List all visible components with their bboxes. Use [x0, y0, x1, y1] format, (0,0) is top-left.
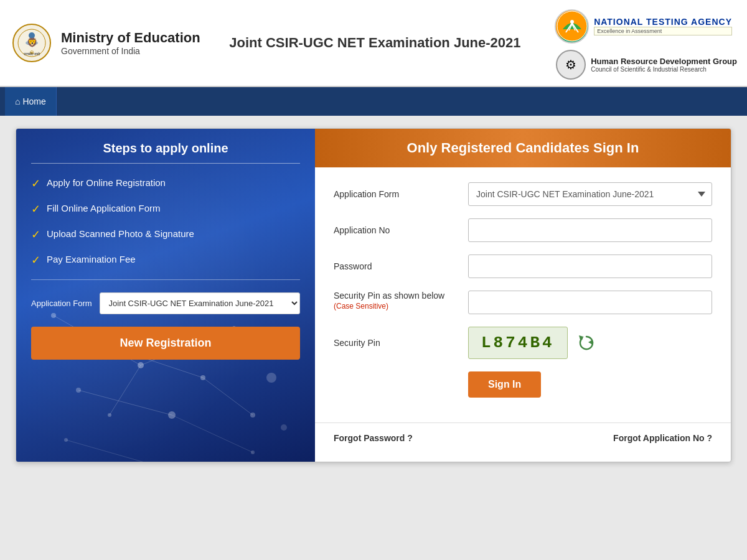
- nta-logo: NATIONAL TESTING AGENCY Excellence in As…: [550, 7, 737, 46]
- step-3: ✓ Upload Scanned Photo & Signature: [31, 227, 300, 241]
- security-pin-field-label: Security Pin: [334, 338, 458, 348]
- security-pin-display: L874B4: [468, 327, 598, 359]
- app-form-row: Application Form Joint CSIR-UGC NET Exam…: [334, 182, 712, 206]
- sign-in-title: Only Registered Candidates Sign In: [407, 140, 639, 156]
- nta-circle-icon: [555, 9, 589, 44]
- svg-point-18: [138, 362, 144, 368]
- hrd-text: Human Resource Development Group Council…: [591, 57, 737, 73]
- check-icon-4: ✓: [31, 253, 40, 267]
- svg-text:सत्यमेव जयते: सत्यमेव जयते: [22, 52, 40, 56]
- svg-point-30: [281, 424, 287, 431]
- forgot-app-no-link[interactable]: Forgot Application No ?: [613, 433, 712, 443]
- forgot-password-link[interactable]: Forgot Password ?: [334, 433, 413, 443]
- security-pin-display-row: Security Pin L874B4: [334, 327, 712, 359]
- case-sensitive-note: (Case Sensitive): [334, 302, 458, 310]
- new-registration-button[interactable]: New Registration: [31, 327, 300, 360]
- step-1: ✓ Apply for Online Registration: [31, 176, 300, 190]
- sign-in-header: Only Registered Candidates Sign In: [315, 129, 731, 167]
- svg-line-16: [172, 415, 253, 452]
- step-1-text: Apply for Online Registration: [47, 176, 166, 189]
- svg-line-14: [203, 378, 253, 415]
- svg-line-15: [66, 440, 153, 462]
- exam-title: Joint CSIR-UGC NET Examination June-2021: [229, 35, 520, 50]
- svg-point-24: [108, 413, 111, 417]
- nav-home[interactable]: ⌂ Home: [5, 87, 57, 116]
- sign-in-row: Sign In: [334, 371, 712, 410]
- navigation-bar: ⌂ Home: [0, 87, 747, 116]
- home-icon: ⌂: [15, 96, 20, 106]
- steps-divider2: [31, 279, 300, 280]
- hrd-icon: ⚙: [556, 50, 586, 80]
- left-panel: Steps to apply online ✓ Apply for Online…: [16, 129, 315, 462]
- exam-title-block: Joint CSIR-UGC NET Examination June-2021: [200, 35, 550, 51]
- svg-point-21: [168, 411, 176, 419]
- moe-branding: 🏛 🦁 सत्यमेव जयते Ministry of Education G…: [10, 21, 200, 65]
- nav-home-label: Home: [22, 96, 45, 106]
- svg-point-25: [250, 413, 255, 418]
- check-icon-1: ✓: [31, 177, 40, 190]
- security-pin-input-label: Security Pin as shown below: [334, 291, 458, 301]
- steps-divider: [31, 163, 300, 164]
- sign-in-form: Application Form Joint CSIR-UGC NET Exam…: [315, 182, 731, 410]
- app-form-right-select[interactable]: Joint CSIR-UGC NET Examination June-2021: [468, 182, 712, 206]
- content-wrapper: Steps to apply online ✓ Apply for Online…: [16, 128, 731, 462]
- password-label: Password: [334, 261, 458, 271]
- pin-value-display: L874B4: [468, 327, 568, 359]
- forgot-row: Forgot Password ? Forgot Application No …: [315, 433, 731, 443]
- security-pin-input-row: Security Pin as shown below (Case Sensit…: [334, 291, 712, 314]
- nta-name: NATIONAL TESTING AGENCY: [594, 17, 732, 27]
- left-app-form-select[interactable]: Joint CSIR-UGC NET Examination June-2021: [100, 292, 300, 314]
- password-row: Password: [334, 254, 712, 278]
- sign-in-button[interactable]: Sign In: [468, 371, 541, 398]
- main-content: Steps to apply online ✓ Apply for Online…: [0, 116, 747, 475]
- moe-subtitle: Government of India: [61, 46, 200, 56]
- password-input[interactable]: [468, 254, 712, 278]
- left-app-form-label: Application Form: [31, 299, 92, 308]
- app-no-label: Application No: [334, 225, 458, 235]
- step-4-text: Pay Examination Fee: [47, 253, 136, 266]
- hrd-name: Human Resource Development Group: [591, 57, 737, 66]
- step-2: ✓ Fill Online Application Form: [31, 202, 300, 216]
- app-no-row: Application No: [334, 218, 712, 242]
- security-pin-input[interactable]: [468, 291, 712, 314]
- moe-emblem-icon: 🏛 🦁 सत्यमेव जयते: [10, 21, 54, 65]
- left-app-form-section: Application Form Joint CSIR-UGC NET Exam…: [31, 292, 300, 314]
- forgot-divider: [315, 422, 731, 423]
- steps-title: Steps to apply online: [31, 141, 300, 156]
- step-4: ✓ Pay Examination Fee: [31, 253, 300, 267]
- nta-text: NATIONAL TESTING AGENCY Excellence in As…: [594, 17, 732, 35]
- svg-point-28: [251, 450, 255, 454]
- moe-text-block: Ministry of Education Government of Indi…: [61, 30, 200, 56]
- svg-point-20: [76, 388, 81, 393]
- right-panel: Only Registered Candidates Sign In Appli…: [315, 129, 731, 462]
- hrd-logo: ⚙ Human Resource Development Group Counc…: [556, 50, 737, 80]
- step-3-text: Upload Scanned Photo & Signature: [47, 227, 194, 240]
- svg-point-26: [64, 438, 68, 442]
- svg-point-29: [266, 373, 276, 383]
- app-form-right-label: Application Form: [334, 189, 458, 199]
- svg-line-11: [78, 390, 172, 415]
- moe-title: Ministry of Education: [61, 30, 200, 46]
- app-no-input[interactable]: [468, 218, 712, 242]
- agency-logos: NATIONAL TESTING AGENCY Excellence in As…: [550, 7, 737, 80]
- svg-point-8: [570, 20, 574, 24]
- hrd-sub: Council of Scientific & Industrial Resea…: [591, 66, 737, 73]
- svg-line-13: [110, 365, 141, 415]
- check-icon-2: ✓: [31, 202, 40, 216]
- step-2-text: Fill Online Application Form: [47, 202, 161, 215]
- refresh-captcha-button[interactable]: [575, 332, 598, 354]
- check-icon-3: ✓: [31, 228, 40, 241]
- svg-text:🦁: 🦁: [26, 37, 37, 48]
- svg-marker-32: [577, 334, 584, 340]
- page-header: 🏛 🦁 सत्यमेव जयते Ministry of Education G…: [0, 0, 747, 87]
- nta-tagline: Excellence in Assessment: [594, 27, 732, 35]
- svg-marker-31: [588, 340, 593, 345]
- svg-point-23: [200, 375, 205, 380]
